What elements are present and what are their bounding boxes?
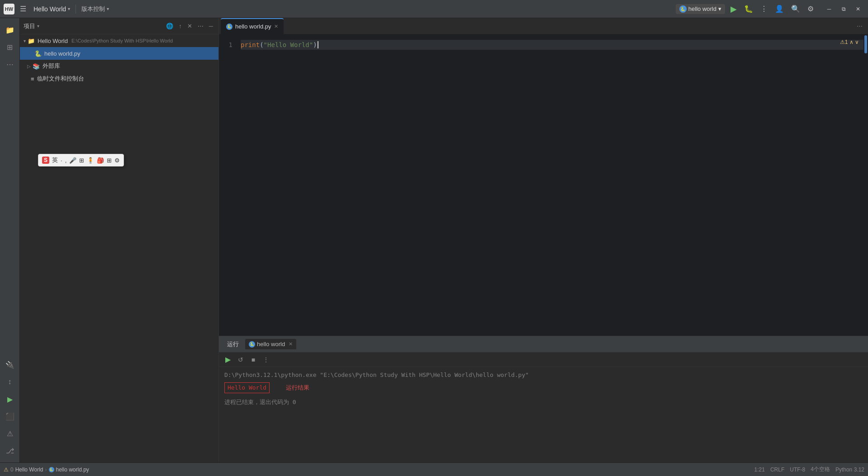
debug-button[interactable]: 🐛 (742, 3, 755, 15)
root-folder-icon: 📁 (28, 38, 35, 44)
warning-down-icon[interactable]: ∨ (855, 39, 859, 45)
more-actions-button[interactable]: ⋮ (759, 3, 769, 15)
bottom-tab-close[interactable]: ✕ (289, 341, 293, 347)
file-tree-up-btn[interactable]: ↑ (177, 22, 184, 30)
code-content[interactable]: print("Hello World") (237, 34, 868, 336)
root-folder-name: Hello World (38, 38, 68, 44)
ime-mic[interactable]: 🎤 (69, 157, 76, 164)
sidebar-icon-vcs[interactable]: ↕ (2, 374, 18, 390)
vcs-dropdown-icon[interactable]: ▾ (107, 6, 109, 11)
restore-button[interactable]: ⧉ (837, 3, 850, 15)
bottom-output: D:\Python3.12.1\python.exe "E:\Codes\Pyt… (219, 367, 868, 462)
file-tree-close-btn[interactable]: ✕ (185, 22, 194, 30)
status-left: ⚠ 0 Hello World › 🐍 hello world.py (4, 466, 89, 473)
close-button[interactable]: ✕ (852, 3, 864, 15)
process-end-line: 进程已结束，退出代码为 0 (224, 398, 863, 407)
project-name[interactable]: Hello World (33, 5, 66, 13)
ime-label: 英 (52, 156, 58, 164)
line-numbers: 1 (219, 34, 237, 336)
warning-indicator[interactable]: ⚠1 ∧ ∨ (840, 39, 859, 45)
bottom-tab-filename: hello world (257, 341, 285, 347)
sidebar-icons: 📁 ⊞ ⋯ 🔌 ↕ ▶ ⬛ ⚠ ⎇ (0, 18, 20, 462)
temp-files-name: 临时文件和控制台 (37, 75, 84, 83)
ext-lib-icon: 📚 (33, 63, 40, 70)
project-dropdown-icon[interactable]: ▾ (68, 6, 70, 11)
vcs-label[interactable]: 版本控制 (81, 5, 105, 13)
profile-button[interactable]: 👤 (773, 3, 786, 15)
sidebar-icon-run[interactable]: ▶ (2, 391, 18, 407)
root-folder-path: E:\Codes\Python Study With HSP\Hello Wor… (71, 38, 173, 43)
status-file-name[interactable]: 🐍 hello world.py (49, 466, 89, 473)
bottom-tab-file[interactable]: 🐍 hello world ✕ (245, 339, 296, 349)
run-button[interactable]: ▶ (729, 2, 739, 16)
run-config[interactable]: 🐍 hello world ▾ (676, 4, 725, 14)
root-arrow-icon: ▾ (24, 38, 26, 43)
sidebar-icon-extensions[interactable]: ⊞ (2, 39, 18, 55)
editor-content[interactable]: 1 print("Hello World") ⚠1 ∧ ∨ (219, 34, 868, 336)
search-button[interactable]: 🔍 (789, 3, 802, 15)
file-tree-collapse-btn[interactable]: ─ (207, 22, 215, 30)
settings-button[interactable]: ⚙ (806, 3, 816, 15)
bottom-more-btn[interactable]: ⋮ (261, 354, 271, 365)
ime-figure[interactable]: 🧍 (87, 157, 94, 164)
sidebar-icon-problems[interactable]: ⚠ (2, 425, 18, 442)
ime-apps[interactable]: ⊞ (107, 157, 112, 164)
tree-temp-files[interactable]: ≡ 临时文件和控制台 (20, 72, 218, 85)
status-project-name[interactable]: Hello World (15, 466, 43, 473)
file-tree-dropdown[interactable]: ▾ (37, 24, 39, 29)
status-line-ending[interactable]: CRLF (770, 466, 784, 473)
status-encoding[interactable]: UTF-8 (790, 466, 805, 473)
file-tree-globe-btn[interactable]: 🌐 (164, 22, 175, 30)
code-line-1: print("Hello World") (241, 40, 864, 50)
sidebar-icon-terminal[interactable]: ⬛ (2, 408, 18, 424)
run-config-icon: 🐍 (679, 5, 687, 13)
python-file-icon: 🐍 (34, 50, 42, 57)
tree-file-hello-world[interactable]: 🐍 hello world.py (20, 47, 218, 60)
tab-close-btn[interactable]: ✕ (274, 24, 278, 29)
bottom-refresh-btn[interactable]: ↺ (235, 354, 246, 365)
output-hello-world: Hello World (224, 382, 270, 393)
status-indent[interactable]: 4个空格 (811, 466, 830, 473)
bottom-tabs-bar: 运行 🐍 hello world ✕ (219, 336, 868, 352)
cursor (318, 41, 318, 48)
ime-grid[interactable]: ⊞ (79, 157, 84, 164)
code-keyword-print: print (241, 40, 260, 50)
ime-settings[interactable]: ⚙ (114, 157, 120, 164)
sidebar-icon-plugins[interactable]: 🔌 (2, 357, 18, 373)
bottom-run-btn[interactable]: ▶ (223, 354, 233, 365)
tab-more-actions[interactable]: ⋯ (853, 23, 866, 29)
editor-scrollbar[interactable] (863, 34, 868, 336)
titlebar-right-actions: 🐍 hello world ▾ ▶ 🐛 ⋮ 👤 🔍 ⚙ ─ ⧉ ✕ (676, 2, 864, 16)
bottom-tab-run[interactable]: 运行 (223, 338, 243, 351)
ime-bag[interactable]: 🎒 (97, 157, 104, 164)
warning-up-icon[interactable]: ∧ (849, 39, 854, 45)
status-lang[interactable]: Python 3.12 (835, 466, 864, 473)
tab-py-icon: 🐍 (226, 24, 232, 30)
bottom-tab-run-label: 运行 (227, 341, 239, 347)
sidebar-icon-more[interactable]: ⋯ (2, 56, 18, 72)
file-tree-more-btn[interactable]: ⋯ (196, 22, 205, 30)
bottom-tab-py-icon: 🐍 (249, 341, 255, 347)
minimize-button[interactable]: ─ (823, 3, 835, 15)
bottom-stop-btn[interactable]: ■ (248, 354, 259, 365)
divider (76, 5, 76, 14)
tab-filename: hello world.py (235, 23, 271, 30)
code-paren-open: ( (260, 40, 263, 50)
ime-dot1: · (61, 157, 62, 164)
tree-root-folder[interactable]: ▾ 📁 Hello World E:\Codes\Python Study Wi… (20, 34, 218, 47)
bottom-panel: 运行 🐍 hello world ✕ ▶ ↺ ■ ⋮ (219, 336, 868, 462)
sidebar-icon-git[interactable]: ⎇ (2, 443, 18, 459)
run-config-name: hello world (688, 5, 716, 12)
ext-lib-arrow-icon: ▷ (27, 64, 31, 69)
code-string: "Hello World" (264, 40, 313, 50)
code-area: 1 print("Hello World") (219, 34, 868, 336)
sidebar-icon-project[interactable]: 📁 (2, 22, 18, 38)
editor-tab-hello-world[interactable]: 🐍 hello world.py ✕ (221, 18, 284, 34)
tree-external-lib[interactable]: ▷ 📚 外部库 (20, 60, 218, 72)
status-position[interactable]: 1:21 (754, 466, 765, 473)
editor-tabs: 🐍 hello world.py ✕ ⋯ (219, 18, 868, 34)
ime-toolbar: S 英 · , 🎤 ⊞ 🧍 🎒 ⊞ ⚙ (38, 154, 124, 167)
hamburger-menu[interactable]: ☰ (18, 3, 28, 15)
run-config-dropdown[interactable]: ▾ (718, 5, 721, 12)
titlebar: HW ☰ Hello World ▾ 版本控制 ▾ 🐍 hello world … (0, 0, 868, 18)
